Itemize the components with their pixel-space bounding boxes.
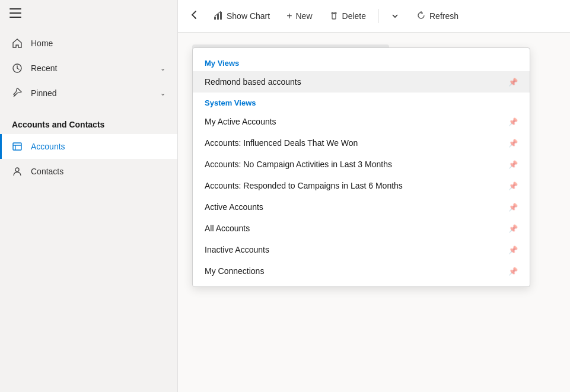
accounts-icon: [12, 141, 23, 152]
refresh-button[interactable]: Refresh: [409, 6, 466, 27]
pin-icon-3: 📌: [508, 181, 518, 190]
dropdown-item-influenced-deals-label: Accounts: Influenced Deals That We Won: [205, 138, 508, 148]
back-button[interactable]: [185, 5, 204, 27]
sidebar-item-pinned[interactable]: Pinned ⌄: [0, 81, 177, 106]
system-views-section-label: System Views: [193, 93, 530, 111]
dropdown-item-responded-campaigns-label: Accounts: Responded to Campaigns in Last…: [205, 181, 508, 190]
pin-icon-4: 📌: [508, 203, 518, 212]
clock-icon: [12, 63, 23, 74]
dropdown-item-inactive-accounts[interactable]: Inactive Accounts 📌: [193, 239, 530, 260]
chart-icon: [214, 11, 223, 22]
toolbar-divider: [378, 9, 378, 23]
delete-label: Delete: [342, 11, 366, 21]
sidebar-item-home[interactable]: Home: [0, 31, 177, 56]
pin-icon-6: 📌: [508, 246, 518, 254]
pinned-chevron-icon: ⌄: [160, 90, 165, 97]
dropdown-item-all-accounts[interactable]: All Accounts 📌: [193, 218, 530, 239]
svg-rect-7: [217, 14, 219, 20]
svg-rect-8: [220, 12, 222, 20]
sidebar-item-recent[interactable]: Recent ⌄: [0, 56, 177, 81]
dropdown-item-inactive-accounts-label: Inactive Accounts: [205, 245, 508, 254]
svg-rect-9: [332, 14, 336, 19]
plus-icon: +: [286, 11, 292, 21]
pin-icon-2: 📌: [508, 160, 518, 169]
menu-hamburger-icon[interactable]: [9, 8, 21, 18]
svg-rect-6: [214, 17, 216, 20]
pin-icon: [12, 88, 23, 98]
pin-icon-0: 📌: [508, 117, 518, 126]
dropdown-item-active-accounts[interactable]: Active Accounts 📌: [193, 196, 530, 218]
dropdown-item-my-active[interactable]: My Active Accounts 📌: [193, 111, 530, 132]
main-area: Show Chart + New Delete: [178, 0, 570, 392]
pin-icon-1: 📌: [508, 139, 518, 148]
sidebar-item-accounts-label: Accounts: [31, 142, 165, 151]
sidebar-item-pinned-label: Pinned: [31, 88, 152, 98]
dropdown-item-no-campaign[interactable]: Accounts: No Campaign Activities in Last…: [193, 154, 530, 175]
dropdown-arrow-button[interactable]: [383, 7, 407, 26]
refresh-label: Refresh: [429, 11, 458, 21]
show-chart-button[interactable]: Show Chart: [206, 6, 277, 27]
dropdown-item-my-connections[interactable]: My Connections 📌: [193, 260, 530, 282]
dropdown-item-all-accounts-label: All Accounts: [205, 224, 508, 233]
sidebar-item-home-label: Home: [31, 39, 165, 48]
dropdown-item-redmond[interactable]: Redmond based accounts 📌: [193, 71, 530, 93]
pin-icon-7: 📌: [508, 267, 518, 276]
dropdown-item-influenced-deals[interactable]: Accounts: Influenced Deals That We Won 📌: [193, 132, 530, 154]
sidebar-item-contacts[interactable]: Contacts: [0, 159, 177, 184]
pin-icon-5: 📌: [508, 224, 518, 233]
sidebar-nav: Home Recent ⌄ Pinned ⌄: [0, 26, 177, 110]
sidebar-item-recent-label: Recent: [31, 63, 152, 73]
trash-icon: [329, 11, 339, 22]
svg-rect-2: [13, 143, 21, 150]
view-dropdown-panel: My Views Redmond based accounts 📌 System…: [192, 47, 530, 287]
dropdown-item-active-accounts-label: Active Accounts: [205, 202, 508, 212]
refresh-icon: [416, 11, 426, 22]
toolbar: Show Chart + New Delete: [178, 0, 570, 33]
delete-button[interactable]: Delete: [322, 6, 373, 27]
show-chart-label: Show Chart: [227, 11, 270, 21]
dropdown-item-redmond-label: Redmond based accounts: [205, 77, 508, 87]
new-label: New: [296, 11, 313, 21]
section-title: Accounts and Contacts: [0, 110, 177, 134]
pin-active-icon: 📌: [508, 78, 518, 87]
new-button[interactable]: + New: [279, 6, 319, 26]
svg-point-5: [15, 168, 19, 171]
home-icon: [12, 38, 23, 49]
dropdown-item-my-active-label: My Active Accounts: [205, 117, 508, 126]
dropdown-item-my-connections-label: My Connections: [205, 266, 508, 276]
sidebar: Home Recent ⌄ Pinned ⌄ Ac: [0, 0, 178, 392]
dropdown-item-responded-campaigns[interactable]: Accounts: Responded to Campaigns in Last…: [193, 175, 530, 196]
recent-chevron-icon: ⌄: [160, 65, 165, 72]
my-views-section-label: My Views: [193, 53, 530, 71]
person-icon: [12, 166, 23, 177]
sidebar-item-contacts-label: Contacts: [31, 167, 165, 176]
sidebar-item-accounts[interactable]: Accounts: [0, 134, 177, 159]
sidebar-header: [0, 0, 177, 26]
dropdown-item-no-campaign-label: Accounts: No Campaign Activities in Last…: [205, 160, 508, 169]
